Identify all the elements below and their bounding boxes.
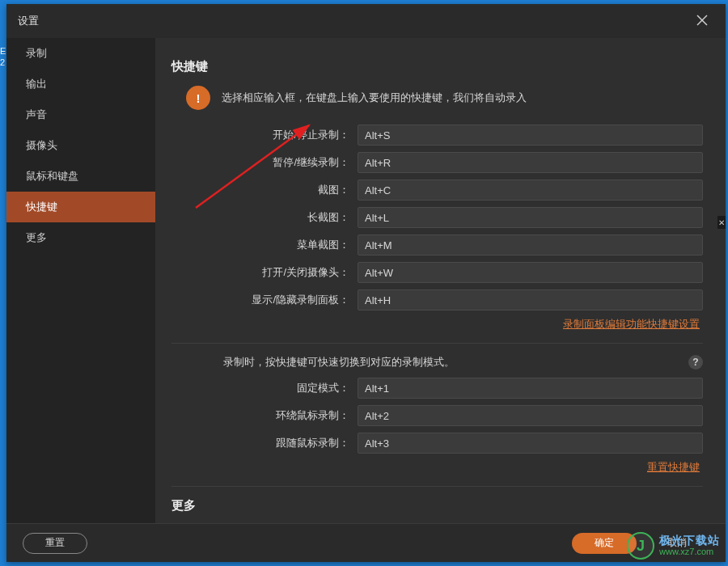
hotkey-long-screenshot[interactable]: Alt+L	[358, 207, 703, 228]
link-panel-edit-hotkeys[interactable]: 录制面板编辑功能快捷键设置	[563, 318, 700, 330]
divider	[171, 486, 703, 487]
label-toggle-panel: 显示/隐藏录制面板：	[171, 293, 358, 307]
info-banner: ! 选择相应输入框，在键盘上输入要使用的快捷键，我们将自动录入	[171, 86, 703, 110]
hotkey-start-stop[interactable]: Alt+S	[358, 125, 703, 146]
sidebar-item-label: 输出	[26, 77, 47, 91]
sidebar-item-mouse-keyboard[interactable]: 鼠标和键盘	[6, 161, 155, 192]
sidebar-item-hotkeys[interactable]: 快捷键	[6, 192, 155, 222]
hotkey-toggle-panel[interactable]: Alt+H	[358, 289, 703, 310]
side-close-tab[interactable]: ✕	[717, 216, 726, 229]
sidebar: 录制 输出 声音 摄像头 鼠标和键盘 快捷键 更多	[6, 38, 155, 523]
help-icon[interactable]: ?	[688, 355, 703, 370]
window-title: 设置	[18, 14, 690, 28]
cancel-button[interactable]: 取消	[645, 533, 709, 554]
sidebar-item-label: 快捷键	[26, 200, 57, 214]
sidebar-item-label: 更多	[26, 230, 47, 245]
section-title-more: 更多	[171, 498, 703, 513]
hotkey-pause-resume[interactable]: Alt+R	[358, 152, 703, 173]
sidebar-item-camera[interactable]: 摄像头	[6, 130, 155, 161]
footer: 重置 确定 取消	[6, 523, 726, 562]
label-pause-resume: 暂停/继续录制：	[171, 155, 358, 170]
label-screenshot: 截图：	[171, 183, 358, 197]
hotkey-toggle-camera[interactable]: Alt+W	[358, 262, 703, 283]
label-start-stop: 开始/停止录制：	[171, 128, 358, 142]
settings-window: 设置 录制 输出 声音 摄像头 鼠标和键盘 快捷键 更多 快捷键 ! 选择相应输…	[6, 4, 726, 562]
content-scroll[interactable]: 快捷键 ! 选择相应输入框，在键盘上输入要使用的快捷键，我们将自动录入 开始/停…	[155, 38, 726, 523]
sidebar-item-label: 摄像头	[26, 138, 57, 153]
ok-button[interactable]: 确定	[572, 533, 637, 554]
section-title-hotkeys: 快捷键	[171, 59, 703, 74]
sidebar-item-audio[interactable]: 声音	[6, 99, 155, 130]
hotkey-menu-screenshot[interactable]: Alt+M	[358, 234, 703, 256]
label-toggle-camera: 打开/关闭摄像头：	[171, 265, 358, 280]
reset-button[interactable]: 重置	[23, 533, 87, 554]
warning-icon: !	[186, 86, 210, 110]
sidebar-item-output[interactable]: 输出	[6, 69, 155, 99]
close-icon[interactable]	[690, 15, 714, 28]
sidebar-item-label: 鼠标和键盘	[26, 169, 78, 184]
label-follow-mouse: 跟随鼠标录制：	[171, 436, 358, 450]
sidebar-item-label: 声音	[26, 108, 47, 122]
mode-switch-description: 录制时，按快捷键可快速切换到对应的录制模式。	[171, 355, 688, 370]
hotkey-follow-mouse[interactable]: Alt+3	[358, 433, 703, 454]
sidebar-item-label: 录制	[26, 46, 47, 61]
sidebar-item-record[interactable]: 录制	[6, 38, 155, 69]
titlebar: 设置	[6, 4, 726, 38]
desktop-icon-text: E2	[0, 45, 6, 68]
hotkey-screenshot[interactable]: Alt+C	[358, 180, 703, 201]
info-text: 选择相应输入框，在键盘上输入要使用的快捷键，我们将自动录入	[222, 91, 527, 105]
hotkey-fixed-mode[interactable]: Alt+1	[358, 378, 703, 399]
label-around-mouse: 环绕鼠标录制：	[171, 408, 358, 423]
hotkey-around-mouse[interactable]: Alt+2	[358, 405, 703, 426]
link-reset-hotkeys[interactable]: 重置快捷键	[647, 461, 700, 473]
label-fixed-mode: 固定模式：	[171, 381, 358, 395]
label-long-screenshot: 长截图：	[171, 210, 358, 225]
divider	[171, 343, 703, 344]
sidebar-item-more[interactable]: 更多	[6, 222, 155, 253]
label-menu-screenshot: 菜单截图：	[171, 238, 358, 252]
